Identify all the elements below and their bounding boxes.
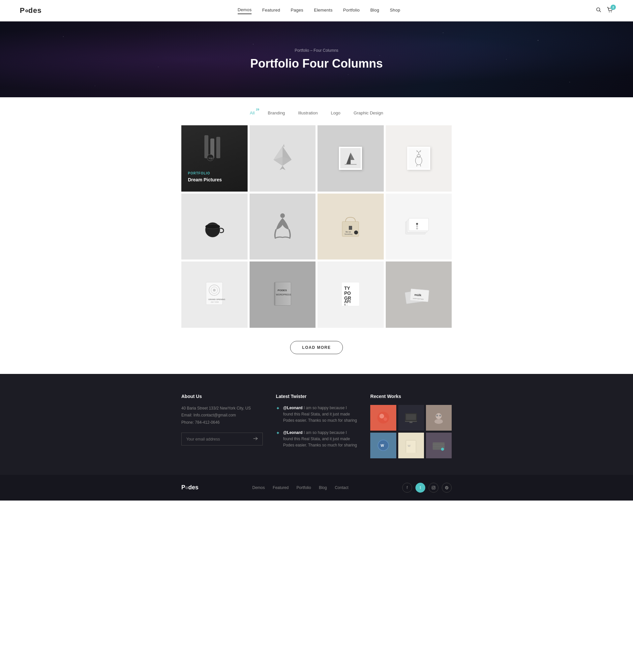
nav-demos[interactable]: Demos	[238, 7, 252, 14]
svg-point-87	[434, 486, 435, 487]
svg-point-75	[437, 415, 438, 416]
footer-phone: Phone: 784-412-0646	[181, 419, 263, 426]
portfolio-item-8[interactable]	[386, 194, 452, 260]
portfolio-item-12[interactable]: mülk some text here	[386, 262, 452, 328]
portfolio-item-2[interactable]	[249, 125, 316, 192]
svg-line-1	[599, 11, 601, 12]
recent-work-3[interactable]	[426, 405, 452, 431]
footer-recent-title: Recent Works	[370, 394, 452, 399]
filter-branding[interactable]: Branding	[268, 111, 285, 115]
cart-badge: 2	[611, 5, 616, 10]
footer-nav-portfolio[interactable]: Portfolio	[296, 485, 311, 490]
twitter-icon-1: ✦	[276, 406, 280, 424]
portfolio-grid: logo Portfolio Dream Pictures	[175, 125, 458, 328]
footer-top: About Us 40 Baria Street 133/2 NewYork C…	[175, 394, 458, 475]
recent-works-grid: W W	[370, 405, 452, 458]
filter-bar: All29 Branding Illustration Logo Graphic…	[0, 97, 633, 125]
footer-social: f t	[402, 483, 452, 493]
svg-point-86	[433, 487, 434, 488]
nav-portfolio[interactable]: Portfolio	[343, 7, 360, 14]
recent-work-4[interactable]: W	[370, 433, 396, 458]
search-icon[interactable]	[596, 7, 601, 14]
footer-about-title: About Us	[181, 394, 263, 399]
twitter-icon-2: ✦	[276, 430, 280, 449]
footer-email-input[interactable]	[182, 433, 249, 445]
filter-graphic-design[interactable]: Graphic Design	[354, 111, 384, 115]
pinterest-icon[interactable]	[442, 483, 452, 493]
footer-address: 40 Baria Street 133/2 NewYork City, US	[181, 405, 263, 412]
header-icons: 2	[596, 7, 613, 15]
main-nav: Demos Featured Pages Elements Portfolio …	[238, 7, 400, 14]
recent-work-1[interactable]	[370, 405, 396, 431]
nav-pages[interactable]: Pages	[291, 7, 303, 14]
tweet-2-text: @Leonard I am so happy because I found t…	[283, 430, 357, 449]
svg-point-68	[384, 417, 387, 421]
page-title: Portfolio Four Columns	[250, 57, 383, 71]
footer-email-submit[interactable]	[249, 433, 263, 445]
footer-email: Email: Info.contact@gmail.com	[181, 412, 263, 419]
footer-twitter: Latest Twister ✦ @Leonard I am so happy …	[276, 394, 357, 458]
portfolio-item-11[interactable]: TY PO GR AFI K :	[317, 262, 384, 328]
filter-all[interactable]: All29	[250, 111, 254, 115]
portfolio-grid-section: logo Portfolio Dream Pictures	[0, 125, 633, 328]
footer: About Us 40 Baria Street 133/2 NewYork C…	[0, 374, 633, 501]
footer-nav-blog[interactable]: Blog	[319, 485, 327, 490]
tweet-2: ✦ @Leonard I am so happy because I found…	[276, 430, 357, 449]
hero-section: Portfolio – Four Columns Portfolio Four …	[0, 21, 633, 97]
portfolio-item-5[interactable]	[181, 194, 248, 260]
footer-nav-contact[interactable]: Contact	[335, 485, 348, 490]
portfolio-item-4[interactable]	[386, 125, 452, 192]
nav-elements[interactable]: Elements	[314, 7, 333, 14]
portfolio-item-6[interactable]	[249, 194, 316, 260]
nav-shop[interactable]: Shop	[390, 7, 400, 14]
nav-blog[interactable]: Blog	[370, 7, 379, 14]
footer-nav-featured[interactable]: Featured	[273, 485, 289, 490]
filter-illustration[interactable]: Illustration	[298, 111, 317, 115]
filter-logo[interactable]: Logo	[331, 111, 341, 115]
svg-text:W: W	[381, 443, 384, 448]
recent-work-6[interactable]	[426, 433, 452, 458]
header: Pdes Demos Featured Pages Elements Portf…	[0, 0, 633, 21]
recent-work-5[interactable]: W	[398, 433, 424, 458]
portfolio-item-7[interactable]: So so Something	[317, 194, 384, 260]
logo[interactable]: Pdes	[20, 6, 42, 15]
footer-logo: Pdes	[181, 484, 198, 491]
twitter-social-icon[interactable]: t	[415, 483, 425, 493]
svg-point-3	[611, 11, 612, 12]
cart-icon[interactable]: 2	[607, 7, 613, 15]
footer-recent-works: Recent Works	[370, 394, 452, 458]
svg-rect-72	[410, 422, 412, 423]
svg-point-74	[435, 419, 443, 424]
footer-nav-demos[interactable]: Demos	[252, 485, 265, 490]
instagram-icon[interactable]	[429, 483, 438, 493]
load-more-button[interactable]: LOAD MORE	[290, 341, 343, 354]
load-more-section: LOAD MORE	[0, 328, 633, 374]
tweet-1-text: @Leonard I am so happy because I found t…	[283, 405, 357, 424]
portfolio-item-9[interactable]: GRAND OPENING JULY 2016	[181, 262, 248, 328]
portfolio-item-1[interactable]: logo Portfolio Dream Pictures	[181, 125, 248, 192]
portfolio-item-3[interactable]	[317, 125, 384, 192]
svg-point-2	[609, 11, 610, 12]
tweet-1: ✦ @Leonard I am so happy because I found…	[276, 405, 357, 424]
svg-point-67	[380, 414, 384, 418]
svg-rect-70	[406, 414, 416, 420]
portfolio-item-10[interactable]: PODES WORDPRESS	[249, 262, 316, 328]
footer-email-form	[181, 433, 263, 446]
footer-nav: Demos Featured Portfolio Blog Contact	[252, 485, 348, 490]
footer-bottom-inner: Pdes Demos Featured Portfolio Blog Conta…	[175, 483, 458, 493]
footer-about: About Us 40 Baria Street 133/2 NewYork C…	[181, 394, 263, 458]
facebook-icon[interactable]: f	[402, 483, 412, 493]
footer-twitter-title: Latest Twister	[276, 394, 357, 399]
breadcrumb: Portfolio – Four Columns	[295, 48, 339, 53]
nav-featured[interactable]: Featured	[262, 7, 280, 14]
svg-point-84	[441, 448, 444, 451]
svg-text:W: W	[408, 444, 411, 448]
recent-work-2[interactable]	[398, 405, 424, 431]
svg-point-76	[439, 415, 441, 416]
footer-bottom: Pdes Demos Featured Portfolio Blog Conta…	[0, 475, 633, 501]
